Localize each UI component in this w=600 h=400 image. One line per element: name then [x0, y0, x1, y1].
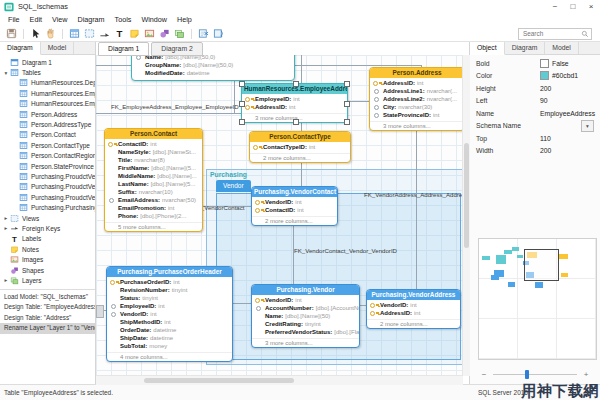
- tab-diagram[interactable]: Diagram: [0, 42, 41, 55]
- layer-tab-vendor[interactable]: Vendor: [216, 180, 251, 192]
- selection-handle[interactable]: [293, 119, 299, 125]
- tab-object[interactable]: Object: [470, 42, 505, 55]
- selection-handle[interactable]: [344, 81, 350, 87]
- dropdown-arrow[interactable]: ▾: [581, 120, 594, 132]
- maximize-button[interactable]: □: [564, 0, 582, 13]
- selection-handle[interactable]: [344, 101, 350, 107]
- menu-diagram[interactable]: Diagram: [72, 13, 109, 26]
- tree-item-person-stateprovince[interactable]: Person.StateProvince: [0, 161, 95, 171]
- zoom-in-button[interactable]: +: [580, 370, 592, 379]
- hscroll-thumb[interactable]: [144, 378, 294, 383]
- tree-item-foreign-keys[interactable]: ▸Foreign Keys: [0, 223, 95, 233]
- new-note-icon[interactable]: [127, 27, 142, 40]
- tree-item-humanresources-depar[interactable]: HumanResources.Depar...: [0, 78, 95, 88]
- property-value[interactable]: ▾: [540, 120, 594, 132]
- tree-item-person-contacttype[interactable]: Person.ContactType: [0, 140, 95, 150]
- tree-expander[interactable]: ▾: [2, 70, 10, 76]
- menu-edit[interactable]: Edit: [25, 13, 47, 26]
- tab-diagram[interactable]: Diagram: [505, 42, 546, 54]
- er-table-humanresources-employeeaddress[interactable]: HumanResources.EmployeeAddressEmployeeID…: [241, 83, 348, 123]
- er-table-person-contact[interactable]: Person.ContactContactID:intNameStyle:[db…: [104, 128, 203, 232]
- menu-window[interactable]: Window: [136, 13, 172, 26]
- tree-item-shapes[interactable]: Shapes: [0, 265, 95, 275]
- new-label-icon[interactable]: T: [112, 27, 127, 40]
- selection-handle[interactable]: [239, 101, 245, 107]
- save-icon[interactable]: [4, 27, 19, 40]
- minimize-button[interactable]: −: [546, 0, 564, 13]
- tree-item-humanresources-emplo[interactable]: HumanResources.Emplo...: [0, 99, 95, 109]
- history-item[interactable]: Load Model: "SQL_Ischemas": [0, 292, 95, 303]
- pointer-icon[interactable]: [28, 27, 43, 40]
- new-shape-icon[interactable]: [157, 27, 172, 40]
- tree-item-person-addresstype[interactable]: Person.AddressType: [0, 119, 95, 129]
- checkbox[interactable]: [540, 59, 549, 68]
- zoom-slider[interactable]: [493, 374, 577, 375]
- property-value-text[interactable]: False: [552, 60, 569, 67]
- history-item[interactable]: Design Table: "Address": [0, 313, 95, 324]
- tree-item-person-address[interactable]: Person.Address: [0, 109, 95, 119]
- er-table-person-address[interactable]: Person.AddressAddressID:intAddressLine1:…: [369, 67, 463, 131]
- selection-handle[interactable]: [293, 81, 299, 87]
- selection-handle[interactable]: [239, 81, 245, 87]
- search-input[interactable]: [521, 29, 581, 38]
- selection-handle[interactable]: [344, 119, 350, 125]
- tree-item-purchasing-proudctven[interactable]: Purchasing.ProudctVen...: [0, 171, 95, 181]
- new-table-icon[interactable]: [67, 27, 82, 40]
- search-box[interactable]: [518, 28, 592, 40]
- property-value[interactable]: 200: [540, 85, 594, 92]
- zoom-slider-thumb[interactable]: [525, 370, 529, 379]
- er-table-purchasing-purchaseorderheader[interactable]: Purchasing.PurchaseOrderHeaderPurchaseOr…: [106, 266, 233, 362]
- tree-item-tables[interactable]: ▾Tables: [0, 67, 95, 77]
- tree-item-diagram-1[interactable]: Diagram 1: [0, 57, 95, 67]
- property-value[interactable]: False: [540, 59, 594, 68]
- menu-tools[interactable]: Tools: [110, 13, 137, 26]
- property-value[interactable]: EmployeeAddress: [540, 110, 594, 117]
- er-table-note-table-partial[interactable]: Name:[dbo].[Name](50,0)GroupName:[dbo].[…: [131, 55, 295, 81]
- history-item[interactable]: Design Table: "EmployeeAddress": [0, 302, 95, 313]
- er-table-purchasing-vendoraddress[interactable]: Purchasing.VendorAddressVendorID:intAddr…: [366, 289, 461, 329]
- property-value[interactable]: #60cbd1: [540, 71, 594, 80]
- tree-item-purchasing-proudctven[interactable]: Purchasing.ProudctVen...: [0, 182, 95, 192]
- color-swatch[interactable]: [540, 71, 549, 80]
- minimap-viewport[interactable]: [524, 249, 559, 281]
- property-value-text[interactable]: 200: [540, 85, 551, 92]
- diagram-canvas[interactable]: Diagram 1Diagram 2 PurchasingVendorFK_Em…: [96, 42, 470, 385]
- property-value[interactable]: 110: [540, 135, 594, 142]
- tree-item-layers[interactable]: ▸Layers: [0, 275, 95, 285]
- new-view-icon[interactable]: [82, 27, 97, 40]
- menu-help[interactable]: Help: [172, 13, 197, 26]
- tree-item-purchasing-proudctven[interactable]: Purchasing.ProudctVen...: [0, 192, 95, 202]
- tab-model[interactable]: Model: [41, 42, 75, 54]
- zoom-out-button[interactable]: −: [478, 370, 490, 379]
- tree-item-views[interactable]: ▸Views: [0, 213, 95, 223]
- property-value-text[interactable]: 110: [540, 135, 551, 142]
- er-table-person-contacttype[interactable]: Person.ContactTypeContactTypeID:int2 mor…: [249, 131, 351, 163]
- new-image-icon[interactable]: [142, 27, 157, 40]
- er-table-purchasing-vendor[interactable]: Purchasing.VendorVendorID:intAccountNumb…: [251, 284, 360, 348]
- canvas-horizontal-scrollbar[interactable]: [96, 375, 463, 385]
- tree-expander[interactable]: ▸: [2, 277, 10, 283]
- tree-item-humanresources-emplo[interactable]: HumanResources.Emplo...: [0, 88, 95, 98]
- er-table-purchasing-vendorcontact[interactable]: Purchasing.VendorContactVendorID:intCont…: [251, 186, 338, 226]
- tree-expander[interactable]: ▸: [2, 225, 10, 231]
- menu-file[interactable]: File: [3, 13, 25, 26]
- tree-item-notes[interactable]: Notes: [0, 244, 95, 254]
- overview-minimap[interactable]: [478, 238, 597, 360]
- property-value-text[interactable]: 200: [540, 147, 551, 154]
- tab-model[interactable]: Model: [545, 42, 579, 54]
- reverse-engineer-icon[interactable]: [196, 27, 211, 40]
- close-button[interactable]: ×: [582, 0, 600, 13]
- tree-item-purchasing-purchasing[interactable]: Purchasing.Purchasing...: [0, 202, 95, 212]
- selection-handle[interactable]: [239, 119, 245, 125]
- property-value[interactable]: 90: [540, 97, 594, 104]
- tree-item-person-contactregion[interactable]: Person.ContactRegion: [0, 151, 95, 161]
- tree-item-labels[interactable]: TLabels: [0, 234, 95, 244]
- menu-view[interactable]: View: [47, 13, 72, 26]
- tree-expander[interactable]: ▸: [2, 215, 10, 221]
- hand-icon[interactable]: [43, 27, 58, 40]
- diagram-tab-diagram-2[interactable]: Diagram 2: [151, 42, 202, 56]
- property-value-text[interactable]: 90: [540, 97, 548, 104]
- diagram-tab-diagram-1[interactable]: Diagram 1: [98, 42, 149, 56]
- new-relation-icon[interactable]: [97, 27, 112, 40]
- property-value-text[interactable]: EmployeeAddress: [540, 110, 595, 117]
